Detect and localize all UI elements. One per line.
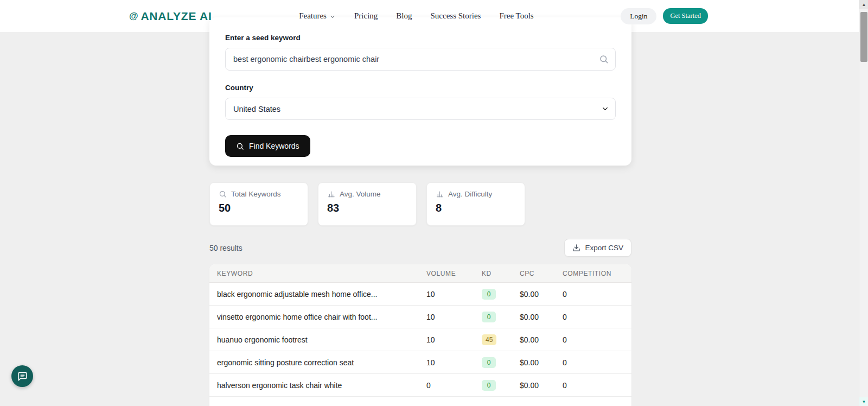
bar-chart-icon <box>436 190 444 198</box>
volume-cell: 10 <box>426 335 482 344</box>
login-button[interactable]: Login <box>621 8 656 24</box>
nav-item-features[interactable]: Features <box>299 11 336 21</box>
nav-item-success-stories[interactable]: Success Stories <box>431 11 481 21</box>
competition-cell: 0 <box>563 381 631 390</box>
column-header-volume: VOLUME <box>426 270 482 277</box>
kd-badge: 0 <box>482 312 496 322</box>
nav-links: Features Pricing Blog Success Stories Fr… <box>299 11 534 21</box>
logo-icon: @ <box>129 11 138 22</box>
chat-widget-button[interactable] <box>11 365 33 387</box>
cpc-cell: $0.00 <box>520 358 563 367</box>
results-bar: 50 results Export CSV <box>209 239 631 257</box>
country-label: Country <box>225 84 616 92</box>
export-csv-label: Export CSV <box>585 244 623 252</box>
results-count: 50 results <box>209 244 242 252</box>
scrollbar[interactable]: ▲ ▼ <box>859 0 868 406</box>
volume-cell: 10 <box>426 358 482 367</box>
table-row[interactable]: huanuo ergonomic footrest 10 45 $0.00 0 <box>209 328 631 351</box>
keyword-cell: vinsetto ergonomic home office chair wit… <box>209 313 426 321</box>
get-started-button[interactable]: Get Started <box>663 8 708 24</box>
volume-cell: 10 <box>426 313 482 321</box>
competition-cell: 0 <box>563 335 631 344</box>
logo[interactable]: @ ANALYZE AI <box>129 10 212 23</box>
table-row[interactable]: vinsetto ergonomic home office chair wit… <box>209 306 631 328</box>
scrollbar-thumb[interactable] <box>860 12 867 62</box>
scroll-down-button[interactable]: ▼ <box>859 397 868 406</box>
keyword-cell: huanuo ergonomic footrest <box>209 335 426 344</box>
nav-actions: Login Get Started <box>621 8 708 24</box>
keyword-cell: ergonomic sitting posture correction sea… <box>209 358 426 367</box>
kd-badge: 0 <box>482 357 496 368</box>
nav-item-pricing[interactable]: Pricing <box>354 11 378 21</box>
seed-keyword-input[interactable] <box>225 48 616 71</box>
table-row[interactable]: black ergonomic adjustable mesh home off… <box>209 283 631 306</box>
find-keywords-button[interactable]: Find Keywords <box>225 135 310 157</box>
nav-item-blog[interactable]: Blog <box>396 11 412 21</box>
nav-item-free-tools[interactable]: Free Tools <box>499 11 533 21</box>
search-icon <box>236 142 244 150</box>
column-header-cpc: CPC <box>520 270 563 277</box>
table-row[interactable]: halverson ergonomic task chair white 0 0… <box>209 374 631 397</box>
seed-keyword-label: Enter a seed keyword <box>225 34 616 42</box>
table-row[interactable]: ergonomic sitting posture correction sea… <box>209 351 631 374</box>
cpc-cell: $0.00 <box>520 313 563 321</box>
volume-cell: 10 <box>426 290 482 299</box>
top-navigation: @ ANALYZE AI Features Pricing Blog Succe… <box>0 0 859 32</box>
stat-label: Avg. Difficulty <box>448 190 492 198</box>
cpc-cell: $0.00 <box>520 335 563 344</box>
stat-value: 8 <box>436 202 516 214</box>
country-select-wrap: United States <box>225 98 616 120</box>
country-select[interactable]: United States <box>225 98 616 120</box>
stat-card-avg-volume: Avg. Volume 83 <box>318 182 417 226</box>
column-header-keyword: KEYWORD <box>209 270 426 277</box>
scroll-up-button[interactable]: ▲ <box>859 0 868 9</box>
competition-cell: 0 <box>563 313 631 321</box>
stat-value: 83 <box>327 202 407 214</box>
column-header-competition: COMPETITION <box>563 270 631 277</box>
stats-row: Total Keywords 50 Avg. Volume 83 Avg. Di… <box>209 182 525 226</box>
volume-cell: 0 <box>426 381 482 390</box>
logo-text: ANALYZE AI <box>141 10 212 23</box>
competition-cell: 0 <box>563 290 631 299</box>
seed-keyword-input-wrap <box>225 48 616 71</box>
kd-badge: 0 <box>482 289 496 300</box>
keyword-cell: black ergonomic adjustable mesh home off… <box>209 290 426 299</box>
keywords-table: KEYWORD VOLUME KD CPC COMPETITION black … <box>209 264 631 406</box>
bar-chart-icon <box>327 190 335 198</box>
chevron-down-icon <box>329 14 336 20</box>
table-header-row: KEYWORD VOLUME KD CPC COMPETITION <box>209 264 631 283</box>
keyword-cell: halverson ergonomic task chair white <box>209 381 426 390</box>
stat-label: Avg. Volume <box>340 190 381 198</box>
export-csv-button[interactable]: Export CSV <box>564 239 631 257</box>
download-icon <box>572 244 580 252</box>
chat-icon <box>17 371 28 382</box>
cpc-cell: $0.00 <box>520 290 563 299</box>
cpc-cell: $0.00 <box>520 381 563 390</box>
column-header-kd: KD <box>482 270 520 277</box>
search-icon <box>599 54 609 64</box>
find-keywords-label: Find Keywords <box>249 142 299 150</box>
stat-card-total-keywords: Total Keywords 50 <box>209 182 308 226</box>
kd-badge: 0 <box>482 380 496 391</box>
competition-cell: 0 <box>563 358 631 367</box>
keyword-search-card: Enter a seed keyword Country United Stat… <box>209 17 631 166</box>
stat-label: Total Keywords <box>231 190 281 198</box>
stat-value: 50 <box>219 202 299 214</box>
nav-item-label: Features <box>299 11 327 21</box>
stat-card-avg-difficulty: Avg. Difficulty 8 <box>426 182 525 226</box>
search-icon <box>219 190 227 198</box>
kd-badge: 45 <box>482 334 496 345</box>
